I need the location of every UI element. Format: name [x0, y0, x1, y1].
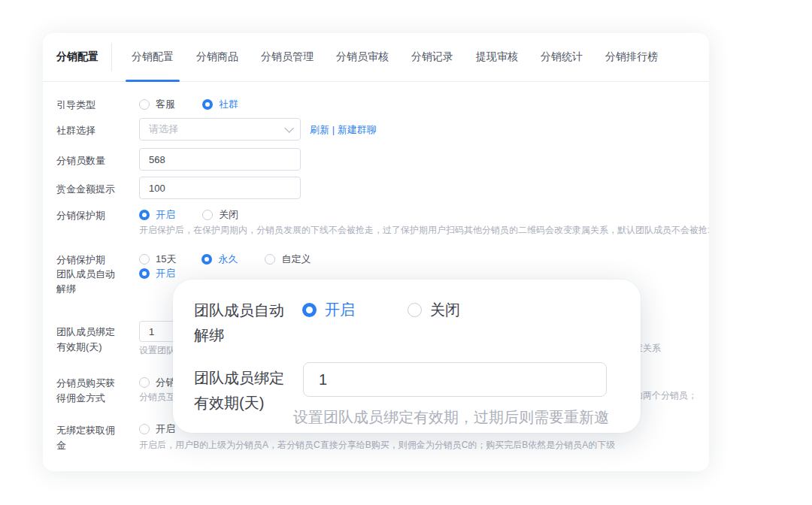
tab-distributor-management[interactable]: 分销员管理	[255, 33, 320, 81]
radio-15-days[interactable]: 15天	[139, 252, 176, 266]
protection-switch-helper: 开启保护后，在保护周期内，分销员发展的下线不会被抢走，过了保护期用户扫码其他分销…	[139, 224, 709, 236]
radio-auto-unbind-on-label: 开启	[156, 267, 175, 280]
auto-unbind-radio-group: 开启	[139, 267, 175, 280]
tab-distribution-stats[interactable]: 分销统计	[535, 33, 589, 81]
radio-on-icon[interactable]	[139, 268, 150, 279]
radio-off-icon[interactable]	[408, 303, 422, 317]
tab-withdrawal-review[interactable]: 提现审核	[470, 33, 524, 81]
radio-customer-service-label: 客服	[156, 98, 175, 111]
radio-15-days-label: 15天	[156, 252, 176, 266]
radio-off-icon[interactable]	[265, 254, 275, 265]
community-select-label: 社群选择	[56, 123, 95, 138]
radio-on-icon[interactable]	[201, 254, 212, 265]
radio-off-icon[interactable]	[139, 377, 150, 388]
unbound-commission-label-line1: 无绑定获取佣	[56, 423, 126, 438]
protection-period-radio-group: 15天 永久 自定义	[139, 252, 311, 266]
magnifier-overlay: 团队成员自动 解绑 开启 关闭 团队成员绑定 有效期(天) 设置团队成员绑定有效…	[173, 280, 641, 433]
overlay-bind-validity-label: 团队成员绑定 有效期(天)	[194, 368, 284, 413]
radio-custom-label: 自定义	[281, 252, 311, 266]
tab-distribution-ranking[interactable]: 分销排行榜	[599, 33, 664, 81]
distributor-count-label: 分销员数量	[56, 153, 105, 168]
page-title: 分销配置	[56, 50, 98, 64]
tab-distribution-goods[interactable]: 分销商品	[190, 33, 244, 81]
radio-on-icon[interactable]	[202, 99, 213, 110]
community-select[interactable]: 请选择	[139, 118, 301, 141]
tabs: 分销配置 分销商品 分销员管理 分销员审核 分销记录 提现审核 分销统计 分销排…	[115, 33, 664, 81]
bind-validity-helper-left: 设置团队	[139, 344, 175, 356]
refresh-link[interactable]: 刷新	[310, 124, 329, 135]
overlay-bind-validity-input[interactable]	[303, 362, 607, 397]
radio-off-icon[interactable]	[139, 424, 150, 434]
bind-validity-label-line1: 团队成员绑定	[56, 325, 126, 340]
radio-off-icon[interactable]	[139, 99, 150, 110]
title-tabs-divider	[111, 43, 112, 71]
radio-customer-service[interactable]: 客服	[139, 98, 175, 111]
auto-unbind-label: 团队成员自动 解绑	[56, 267, 124, 297]
unbound-commission-label: 无绑定获取佣 金	[56, 423, 126, 453]
radio-off-icon[interactable]	[139, 254, 150, 265]
overlay-radio-on-label: 开启	[325, 300, 355, 320]
overlay-radio-on[interactable]: 开启	[302, 300, 355, 320]
radio-custom[interactable]: 自定义	[265, 252, 311, 266]
select-placeholder: 请选择	[149, 122, 284, 136]
guide-type-label: 引导类型	[56, 98, 95, 113]
radio-community[interactable]: 社群	[202, 98, 238, 111]
reward-tip-label: 赏金金额提示	[56, 182, 115, 197]
overlay-bind-validity-label-line1: 团队成员绑定	[194, 368, 284, 388]
distribution-config-panel: 分销配置 分销配置 分销商品 分销员管理 分销员审核 分销记录 提现审核 分销统…	[43, 33, 709, 471]
guide-type-radio-group: 客服 社群	[139, 98, 238, 111]
auto-unbind-label-line1: 团队成员自动	[56, 267, 124, 282]
radio-protection-off-label: 关闭	[219, 208, 238, 222]
radio-unbound-commission-on[interactable]: 开启	[139, 422, 175, 436]
radio-auto-unbind-on[interactable]: 开启	[139, 267, 175, 280]
distributor-count-input[interactable]	[139, 148, 301, 171]
overlay-auto-unbind-label-line2: 解绑	[194, 325, 284, 345]
unbound-commission-radio-group: 开启	[139, 422, 175, 436]
radio-off-icon[interactable]	[202, 210, 213, 220]
radio-community-label: 社群	[219, 98, 238, 111]
tab-distribution-records[interactable]: 分销记录	[405, 33, 459, 81]
unbound-commission-label-line2: 金	[56, 438, 126, 453]
overlay-radio-off-label: 关闭	[430, 300, 460, 320]
chevron-down-icon	[284, 123, 294, 133]
radio-unbound-commission-on-label: 开启	[156, 422, 175, 436]
auto-unbind-label-line2: 解绑	[56, 282, 124, 297]
commission-mode-radio-group: 分销	[139, 376, 175, 389]
bind-validity-label-line2: 有效期(天)	[56, 340, 126, 355]
radio-forever-label: 永久	[218, 252, 238, 266]
radio-protection-on[interactable]: 开启	[139, 208, 175, 222]
commission-mode-helper-right: 的两个分销员；	[634, 389, 697, 402]
overlay-radio-off[interactable]: 关闭	[408, 300, 460, 320]
overlay-bind-validity-label-line2: 有效期(天)	[194, 393, 284, 413]
tab-bar: 分销配置 分销配置 分销商品 分销员管理 分销员审核 分销记录 提现审核 分销统…	[43, 33, 709, 82]
commission-mode-label-line2: 得佣金方式	[56, 391, 126, 406]
radio-protection-on-label: 开启	[156, 208, 175, 222]
unbound-commission-helper: 开启后，用户B的上级为分销员A，若分销员C直接分享给B购买，则佣金为分销员C的；…	[139, 439, 615, 451]
community-actions: 刷新 | 新建群聊	[310, 123, 377, 137]
tab-distribution-config[interactable]: 分销配置	[126, 33, 180, 81]
radio-protection-off[interactable]: 关闭	[202, 208, 238, 222]
new-group-chat-link[interactable]: 新建群聊	[338, 124, 377, 135]
bind-validity-label: 团队成员绑定 有效期(天)	[56, 325, 126, 355]
radio-on-icon[interactable]	[139, 210, 150, 220]
tab-distributor-review[interactable]: 分销员审核	[330, 33, 395, 81]
protection-period-label: 分销保护期	[56, 252, 105, 268]
radio-commission-mode[interactable]: 分销	[139, 376, 175, 389]
link-separator: |	[332, 124, 335, 135]
commission-mode-label: 分销员购买获 得佣金方式	[56, 376, 126, 406]
reward-tip-input[interactable]	[139, 177, 301, 199]
radio-on-icon[interactable]	[302, 303, 317, 317]
protection-switch-label: 分销保护期	[56, 208, 105, 223]
commission-mode-label-line1: 分销员购买获	[56, 376, 126, 391]
overlay-bind-validity-helper: 设置团队成员绑定有效期，过期后则需要重新邀	[293, 407, 609, 428]
overlay-auto-unbind-label: 团队成员自动 解绑	[194, 301, 284, 345]
overlay-auto-unbind-label-line1: 团队成员自动	[194, 301, 284, 320]
protection-switch-radio-group: 开启 关闭	[139, 208, 238, 222]
radio-forever[interactable]: 永久	[201, 252, 238, 266]
commission-mode-helper-left: 分销员互	[139, 391, 175, 403]
